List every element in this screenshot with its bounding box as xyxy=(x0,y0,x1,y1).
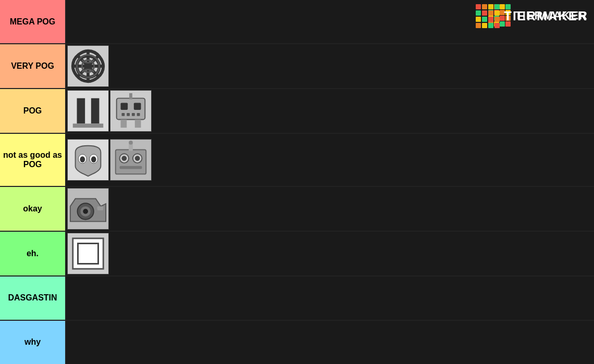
svg-rect-8 xyxy=(73,123,104,128)
tier-row-not-as-good: not as good as POG xyxy=(0,134,594,187)
tier-label-okay: okay xyxy=(0,187,65,231)
svg-point-33 xyxy=(129,141,133,145)
item-robot1 xyxy=(110,90,152,132)
svg-rect-18 xyxy=(121,120,127,128)
tier-label-mega-pog: MEGA POG xyxy=(0,0,65,43)
item-discord xyxy=(67,139,109,181)
item-stop xyxy=(67,233,109,274)
tier-row-pog: POG xyxy=(0,89,594,134)
svg-rect-19 xyxy=(135,120,141,128)
logo-text-label: TiERMAKER xyxy=(504,9,588,23)
svg-point-30 xyxy=(135,156,140,161)
item-robot2 xyxy=(110,139,152,181)
tiermaker-logo-overlay: TiERMAKER xyxy=(476,4,588,28)
svg-rect-26 xyxy=(116,149,146,174)
svg-rect-16 xyxy=(137,113,140,116)
svg-rect-32 xyxy=(129,144,133,151)
svg-rect-17 xyxy=(129,93,132,99)
tier-row-dasgastin: DASGASTIN xyxy=(0,277,594,321)
tier-content-pog xyxy=(65,89,594,133)
tier-label-very-pog: VERY POG xyxy=(0,44,65,88)
tier-label-pog: POG xyxy=(0,89,65,133)
tier-row-okay: okay xyxy=(0,187,594,232)
svg-rect-15 xyxy=(132,113,135,116)
tier-content-not-as-good xyxy=(65,134,594,186)
item-camera xyxy=(67,188,109,230)
tier-label-dasgastin: DASGASTIN xyxy=(0,277,65,320)
svg-rect-13 xyxy=(121,113,125,116)
tier-content-why xyxy=(65,321,594,364)
svg-rect-7 xyxy=(91,98,100,124)
svg-point-24 xyxy=(91,156,96,162)
svg-rect-12 xyxy=(134,103,141,110)
tier-content-very-pog xyxy=(65,44,594,88)
tier-row-very-pog: VERY POG xyxy=(0,44,594,89)
tier-row-eh: eh. xyxy=(0,232,594,277)
tier-table: MEGA POG xyxy=(0,0,594,364)
svg-rect-6 xyxy=(77,98,85,124)
svg-point-29 xyxy=(121,156,127,161)
svg-rect-41 xyxy=(78,243,98,263)
logo-color-grid xyxy=(476,4,500,28)
tier-label-not-as-good: not as good as POG xyxy=(0,134,65,186)
tier-content-eh xyxy=(65,232,594,275)
svg-rect-31 xyxy=(120,166,142,169)
tier-label-why: why xyxy=(0,321,65,364)
tier-label-eh: eh. xyxy=(0,232,65,275)
svg-rect-11 xyxy=(121,103,128,110)
tier-content-okay xyxy=(65,187,594,231)
tier-content-dasgastin xyxy=(65,277,594,320)
svg-rect-38 xyxy=(97,206,104,210)
svg-point-37 xyxy=(83,209,88,214)
tier-row-why: why xyxy=(0,321,594,364)
svg-point-23 xyxy=(80,156,85,162)
item-pause xyxy=(67,90,109,132)
item-knot xyxy=(67,45,109,87)
svg-rect-14 xyxy=(127,113,130,116)
